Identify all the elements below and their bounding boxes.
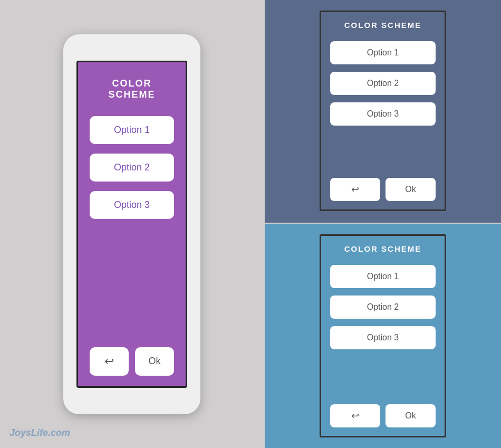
- right-bottom-back-button[interactable]: ↩: [330, 404, 380, 427]
- right-top-option-1[interactable]: Option 1: [330, 41, 436, 64]
- right-bottom-option-1[interactable]: Option 1: [330, 265, 436, 288]
- device-outer: COLOR SCHEME Option 1 Option 2 Option 3 …: [63, 34, 200, 414]
- right-top-back-arrow: ↩: [351, 184, 359, 195]
- right-top-title: COLOR SCHEME: [344, 21, 422, 30]
- right-bottom-screen: COLOR SCHEME Option 1 Option 2 Option 3 …: [320, 234, 446, 437]
- right-bottom-bottom-buttons: ↩ Ok: [330, 404, 436, 427]
- left-panel: COLOR SCHEME Option 1 Option 2 Option 3 …: [0, 0, 264, 448]
- left-back-arrow: ↩: [104, 355, 114, 368]
- right-top-panel: COLOR SCHEME Option 1 Option 2 Option 3 …: [265, 0, 501, 224]
- right-top-screen: COLOR SCHEME Option 1 Option 2 Option 3 …: [320, 11, 446, 211]
- left-option-3[interactable]: Option 3: [90, 191, 174, 219]
- watermark: JoysLife.com: [9, 427, 70, 439]
- left-ok-button[interactable]: Ok: [135, 347, 174, 376]
- left-screen: COLOR SCHEME Option 1 Option 2 Option 3 …: [76, 61, 187, 388]
- right-top-option-3[interactable]: Option 3: [330, 102, 436, 126]
- left-back-button[interactable]: ↩: [90, 347, 129, 376]
- right-bottom-title: COLOR SCHEME: [344, 244, 422, 253]
- right-bottom-ok-button[interactable]: Ok: [386, 404, 436, 427]
- left-title: COLOR SCHEME: [89, 78, 175, 100]
- right-top-back-button[interactable]: ↩: [330, 178, 380, 201]
- right-bottom-option-3[interactable]: Option 3: [330, 326, 436, 349]
- right-panel: COLOR SCHEME Option 1 Option 2 Option 3 …: [264, 0, 501, 448]
- left-option-1[interactable]: Option 1: [90, 116, 174, 144]
- right-bottom-back-arrow: ↩: [351, 410, 359, 422]
- left-option-2[interactable]: Option 2: [90, 154, 174, 182]
- right-top-ok-button[interactable]: Ok: [386, 178, 436, 201]
- left-bottom-buttons: ↩ Ok: [90, 347, 174, 376]
- right-top-bottom-buttons: ↩ Ok: [330, 178, 436, 201]
- right-bottom-option-2[interactable]: Option 2: [330, 296, 436, 319]
- right-top-option-2[interactable]: Option 2: [330, 72, 436, 95]
- right-bottom-panel: COLOR SCHEME Option 1 Option 2 Option 3 …: [265, 224, 501, 448]
